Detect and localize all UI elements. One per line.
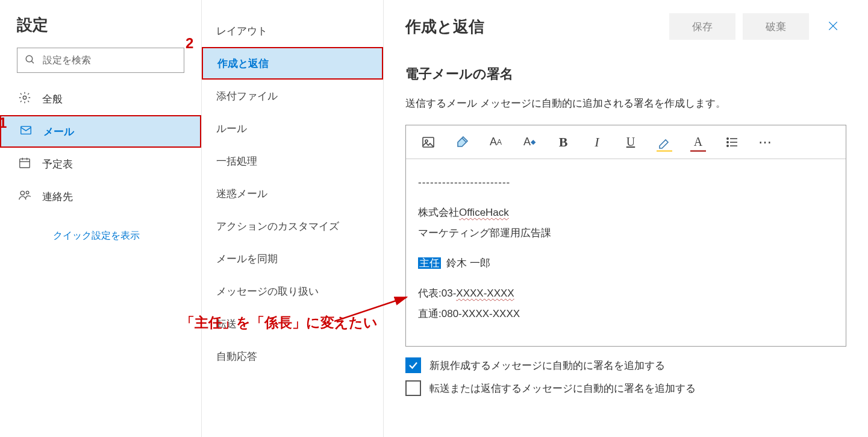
checkbox-label: 新規作成するメッセージに自動的に署名を追加する: [429, 359, 665, 373]
signature-section-title: 電子メールの署名: [405, 65, 846, 83]
close-button[interactable]: [820, 13, 846, 40]
svg-line-1: [31, 61, 34, 63]
subnav-sweep[interactable]: 一括処理: [202, 145, 383, 177]
category-mail[interactable]: メール: [0, 115, 201, 148]
signature-company-link: OfficeHack: [459, 207, 509, 218]
signature-section-desc: 送信するメール メッセージに自動的に追加される署名を作成します。: [405, 96, 846, 110]
svg-point-9: [26, 191, 29, 194]
subnav-message-handling[interactable]: メッセージの取り扱い: [202, 275, 383, 307]
underline-icon[interactable]: U: [623, 134, 639, 150]
page-heading: 作成と返信: [405, 16, 662, 37]
category-people[interactable]: 連絡先: [0, 180, 201, 213]
subnav-customize-actions[interactable]: アクションのカスタマイズ: [202, 210, 383, 242]
calendar-icon: [18, 156, 31, 172]
checkbox-auto-sign-new[interactable]: 新規作成するメッセージに自動的に署名を追加する: [405, 357, 846, 373]
svg-point-15: [727, 141, 728, 142]
subnav-rules[interactable]: ルール: [202, 112, 383, 145]
settings-search[interactable]: [17, 48, 184, 73]
checkbox-label: 転送または返信するメッセージに自動的に署名を追加する: [429, 382, 696, 395]
settings-subnav-pane: レイアウト 作成と返信 添付ファイル ルール 一括処理 迷惑メール アクションの…: [202, 0, 384, 437]
signature-textarea[interactable]: ----------------------- 株式会社OfficeHack マ…: [406, 159, 846, 346]
signature-separator: -----------------------: [418, 172, 834, 193]
checkbox-icon: [405, 380, 421, 396]
category-label: 予定表: [42, 157, 73, 171]
signature-editor: AA A◆ B I U A ⋯ ----------------------- …: [405, 125, 846, 347]
font-size-icon[interactable]: AA: [488, 134, 504, 150]
subnav-sync-mail[interactable]: メールを同期: [202, 242, 383, 275]
category-general[interactable]: 全般: [0, 83, 201, 115]
save-button[interactable]: 保存: [669, 13, 735, 40]
category-label: 連絡先: [42, 190, 73, 204]
discard-button[interactable]: 破棄: [743, 13, 809, 40]
settings-category-pane: 設定 全般 メール 予定表: [0, 0, 202, 437]
signature-tel-main-label: 代表:03-: [418, 288, 456, 299]
format-painter-icon[interactable]: [454, 134, 470, 150]
people-icon: [18, 189, 31, 205]
subnav-attachments[interactable]: 添付ファイル: [202, 80, 383, 112]
signature-tel-main-num: XXXX-XXXX: [456, 288, 514, 299]
svg-point-14: [727, 137, 728, 139]
checkbox-auto-sign-reply[interactable]: 転送または返信するメッセージに自動的に署名を追加する: [405, 380, 846, 396]
svg-point-0: [26, 55, 33, 62]
search-icon: [25, 54, 36, 67]
signature-department: マーケティング部運用広告課: [418, 223, 834, 244]
signature-company-prefix: 株式会社: [418, 207, 459, 218]
settings-title: 設定: [0, 14, 201, 48]
signature-title-selected: 主任: [418, 257, 441, 269]
insert-image-icon[interactable]: [420, 134, 436, 150]
svg-rect-3: [21, 126, 31, 134]
svg-point-13: [425, 140, 428, 142]
svg-rect-4: [20, 159, 30, 168]
quick-settings-link[interactable]: クイック設定を表示: [0, 213, 201, 242]
close-icon: [827, 20, 839, 34]
bullet-list-icon[interactable]: [724, 134, 740, 150]
more-options-icon[interactable]: ⋯: [758, 134, 773, 150]
font-color-icon[interactable]: A: [690, 134, 706, 150]
gear-icon: [18, 91, 31, 107]
svg-point-2: [23, 96, 27, 99]
subnav-auto-reply[interactable]: 自動応答: [202, 340, 383, 373]
category-label: メール: [43, 125, 74, 139]
font-style-icon[interactable]: A◆: [522, 134, 537, 150]
svg-point-16: [727, 145, 728, 146]
mail-icon: [19, 124, 33, 140]
subnav-forwarding[interactable]: 転送: [202, 307, 383, 340]
subnav-junk[interactable]: 迷惑メール: [202, 177, 383, 210]
editor-toolbar: AA A◆ B I U A ⋯: [406, 125, 846, 159]
highlight-icon[interactable]: [657, 134, 672, 150]
settings-content-pane: 作成と返信 保存 破棄 電子メールの署名 送信するメール メッセージに自動的に追…: [384, 0, 868, 437]
bold-icon[interactable]: B: [555, 134, 571, 150]
subnav-compose-reply[interactable]: 作成と返信: [202, 47, 383, 80]
signature-tel-direct: 直通:080-XXXX-XXXX: [418, 304, 834, 324]
subnav-layout[interactable]: レイアウト: [202, 14, 383, 47]
italic-icon[interactable]: I: [589, 134, 605, 150]
settings-search-input[interactable]: [43, 55, 176, 66]
category-label: 全般: [42, 92, 63, 106]
category-calendar[interactable]: 予定表: [0, 148, 201, 180]
checkbox-icon: [405, 357, 421, 373]
signature-name: 鈴木 一郎: [446, 257, 490, 269]
svg-point-8: [20, 191, 24, 195]
